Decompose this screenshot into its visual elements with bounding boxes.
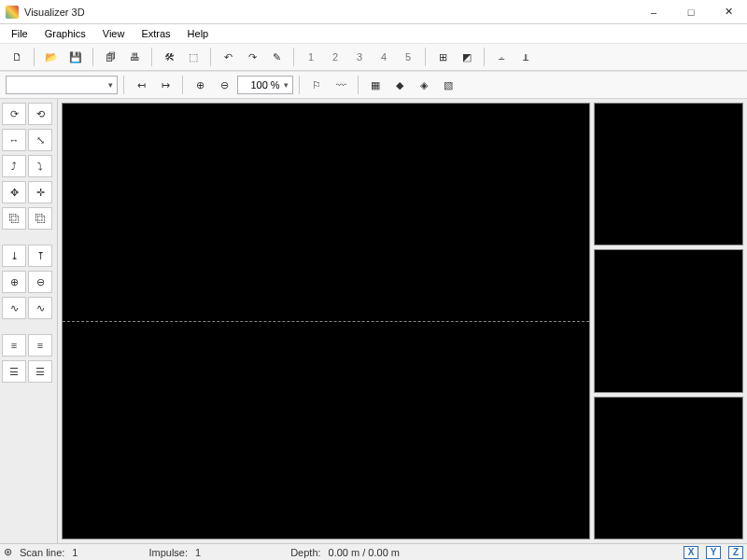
preset-3-button[interactable]: 3 (348, 46, 371, 68)
side-view-3[interactable] (594, 397, 743, 539)
snap-button[interactable]: ◩ (456, 46, 478, 68)
maximize-button[interactable]: □ (672, 0, 710, 23)
sliders-icon: ☰ (9, 366, 19, 378)
new-button[interactable]: 🗋 (6, 46, 28, 68)
tool-palette: ⟳ ⟲ ↔ ⤡ ⤴ ⤵ ✥ ✛ ⿻ ⿻ ⤓ ⤒ ⊕ ⊖ ∿ ∿ ≡ ≡ ☰ ☰ (0, 99, 58, 543)
rotate-ccw-button[interactable]: ⟲ (28, 103, 52, 125)
chart-icon: ⫫ (521, 51, 531, 63)
chart-a-button[interactable]: ⫠ (490, 46, 513, 68)
chart-b-button[interactable]: ⫫ (514, 46, 537, 68)
spacer (2, 323, 55, 330)
arrow-right-button[interactable]: ↦ (154, 74, 176, 96)
floppy-icon: 💾 (69, 51, 82, 63)
main-3d-view[interactable] (62, 103, 590, 539)
shade-3-button[interactable]: ◈ (413, 74, 435, 96)
redo-icon: ↷ (248, 51, 257, 63)
curve-button[interactable]: ✎ (265, 46, 288, 68)
zoom-value: 100 % (250, 79, 279, 91)
undo-button[interactable]: ↶ (217, 46, 239, 68)
shade-2-button[interactable]: ◆ (388, 74, 411, 96)
rotate-up-button[interactable]: ⤴ (2, 155, 26, 177)
preset-1-button[interactable]: 1 (300, 46, 322, 68)
zoom-combo[interactable]: 100 % (237, 76, 293, 94)
spacer (2, 233, 55, 241)
wave-button[interactable]: 〰 (330, 74, 352, 96)
shade-icon: ◈ (420, 79, 428, 91)
curve-icon: ✎ (273, 51, 281, 63)
zoom-in-tool[interactable]: ⊕ (2, 271, 26, 293)
save-button[interactable]: 💾 (64, 46, 87, 68)
page-button[interactable]: 🗐 (99, 46, 121, 68)
arrow-left-icon: ↤ (137, 79, 146, 91)
line-down-button[interactable]: ⤓ (2, 245, 26, 267)
titlebar: Visualizer 3D – □ ✕ (0, 0, 747, 24)
separator (151, 48, 152, 66)
crop-button[interactable]: ⿻ (2, 207, 26, 230)
line-down-icon: ⤓ (10, 250, 19, 262)
equalize-1-button[interactable]: ≡ (2, 334, 26, 357)
sliders-icon: ≡ (11, 340, 17, 351)
separator (425, 48, 426, 66)
print-button[interactable]: 🖶 (123, 46, 146, 68)
tools-button[interactable]: 🛠 (158, 46, 180, 68)
open-button[interactable]: 📂 (40, 46, 63, 68)
shade-1-button[interactable]: ▦ (364, 74, 387, 96)
grid-button[interactable]: ⊞ (431, 46, 454, 68)
preset-2-button[interactable]: 2 (324, 46, 346, 68)
menu-help[interactable]: Help (180, 26, 217, 41)
line-up-icon: ⤒ (36, 250, 45, 262)
menu-file[interactable]: File (4, 26, 35, 41)
mode-button[interactable]: ⬚ (182, 46, 204, 68)
separator (293, 48, 294, 66)
impulse-label: Impulse: (148, 547, 188, 558)
zoom-out-tool[interactable]: ⊖ (28, 271, 52, 293)
crop-icon: ⿻ (9, 213, 20, 224)
flip-h-button[interactable]: ↔ (2, 129, 26, 151)
mode-icon: ⬚ (189, 51, 198, 63)
signal-b-button[interactable]: ∿ (28, 297, 52, 319)
window-title: Visualizer 3D (24, 7, 635, 18)
close-button[interactable]: ✕ (710, 0, 747, 23)
depth-label: Depth: (290, 547, 320, 558)
move-button[interactable]: ✥ (2, 181, 26, 203)
menu-extras[interactable]: Extras (134, 26, 177, 41)
equalize-3-button[interactable]: ☰ (2, 360, 26, 383)
side-view-2[interactable] (594, 249, 743, 392)
crop-icon: ⿻ (35, 213, 46, 224)
rotate-cw-button[interactable]: ⟳ (2, 103, 26, 125)
signal-a-button[interactable]: ∿ (2, 297, 26, 319)
data-combo[interactable] (6, 76, 118, 94)
folder-open-icon: 📂 (45, 51, 58, 63)
shade-icon: ▧ (444, 79, 453, 91)
preset-4-button[interactable]: 4 (373, 46, 395, 68)
menu-graphics[interactable]: Graphics (37, 26, 93, 41)
zoom-in-button[interactable]: ⊕ (189, 74, 211, 96)
shade-4-button[interactable]: ▧ (437, 74, 459, 96)
crop2-button[interactable]: ⿻ (28, 207, 52, 230)
separator (123, 76, 124, 94)
zoom-out-button[interactable]: ⊖ (213, 74, 235, 96)
undo-icon: ↶ (224, 51, 233, 63)
side-view-1[interactable] (594, 103, 743, 245)
marker-button[interactable]: ⚐ (305, 74, 328, 96)
flip-hr-button[interactable]: ⤡ (28, 129, 52, 151)
axis-z-button[interactable]: Z (728, 546, 743, 559)
axis-y-button[interactable]: Y (706, 546, 721, 559)
sliders-icon: ≡ (37, 340, 43, 351)
rotate-dn-button[interactable]: ⤵ (28, 155, 52, 177)
menu-view[interactable]: View (95, 26, 133, 41)
impulse-value: 1 (195, 547, 201, 558)
redo-button[interactable]: ↷ (241, 46, 263, 68)
axis-x-button[interactable]: X (684, 546, 698, 559)
signal-icon: ∿ (10, 302, 19, 315)
line-up-button[interactable]: ⤒ (28, 245, 52, 267)
equalize-4-button[interactable]: ☰ (28, 360, 52, 383)
minimize-button[interactable]: – (635, 0, 672, 23)
preset-5-button[interactable]: 5 (397, 46, 419, 68)
menubar: File Graphics View Extras Help (0, 24, 747, 43)
move2-button[interactable]: ✛ (28, 181, 52, 203)
chart-icon: ⫠ (497, 51, 507, 63)
equalize-2-button[interactable]: ≡ (28, 334, 52, 357)
statusbar: ⊛ Scan line:1 Impulse:1 Depth: 0.00 m / … (0, 543, 747, 560)
arrow-left-button[interactable]: ↤ (130, 74, 152, 96)
